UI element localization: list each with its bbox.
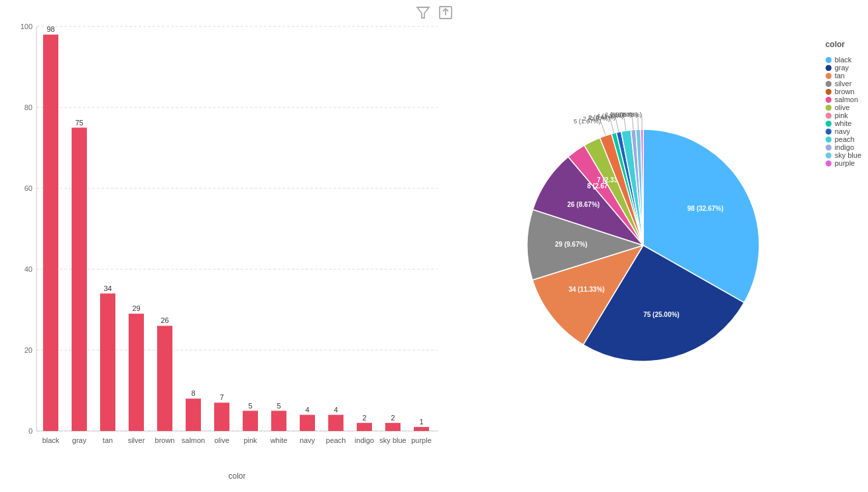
pie-label: 75 (25.00%) <box>643 311 679 318</box>
legend-item-label: tan <box>835 72 845 80</box>
legend-item: black <box>826 56 861 64</box>
bar-value: 2 <box>391 414 395 422</box>
pie-chart-svg: 98 (32.67%)75 (25.00%)34 (11.33%)29 (9.6… <box>517 99 796 391</box>
legend-item-label: white <box>835 119 852 127</box>
export-icon[interactable] <box>438 5 453 23</box>
legend-dot <box>826 81 832 87</box>
y-tick: 0 <box>29 427 32 435</box>
legend-item-label: navy <box>835 127 850 135</box>
bar-label: indigo <box>355 436 374 444</box>
legend-dot <box>826 129 832 135</box>
bar[interactable] <box>328 415 343 431</box>
bar-label: pink <box>243 436 257 444</box>
bar[interactable] <box>300 415 315 431</box>
bar-value: 26 <box>160 316 168 324</box>
bar[interactable] <box>214 402 229 431</box>
legend-item: silver <box>826 80 861 88</box>
bar-label: white <box>270 436 288 444</box>
bar[interactable] <box>157 326 172 431</box>
y-tick: 100 <box>21 23 32 31</box>
legend-item-label: sky blue <box>835 151 861 159</box>
pie-label: 34 (11.33%) <box>568 286 604 293</box>
main-container: 02040608010098black75gray34tan29silver26… <box>0 0 868 492</box>
bar-value: 4 <box>305 406 309 414</box>
legend-item: olive <box>826 103 861 111</box>
legend-item: navy <box>826 127 861 135</box>
legend-item: sky blue <box>826 151 861 159</box>
bar-value: 75 <box>75 119 83 127</box>
bar[interactable] <box>357 423 372 431</box>
pie-label-line <box>610 119 614 133</box>
legend-dot <box>826 97 832 103</box>
y-tick: 40 <box>25 265 32 273</box>
legend-dot <box>826 137 832 143</box>
bar-label: brown <box>155 436 175 444</box>
legend-item-label: purple <box>835 159 855 167</box>
bar-label: purple <box>411 436 432 444</box>
legend: color black gray tan silver brown salmon… <box>826 40 861 167</box>
bar-label: olive <box>214 436 229 444</box>
legend-dot <box>826 113 832 119</box>
pie-label: 26 (8.67%) <box>567 201 599 208</box>
legend-item-label: peach <box>835 135 855 143</box>
bar[interactable] <box>72 128 87 432</box>
legend-dot <box>826 145 832 151</box>
pie-chart-area: 98 (32.67%)75 (25.00%)34 (11.33%)29 (9.6… <box>444 7 868 484</box>
legend-item: indigo <box>826 143 861 151</box>
bar[interactable] <box>129 314 144 431</box>
pie-label: 98 (32.67%) <box>687 205 723 212</box>
legend-dot <box>826 160 832 166</box>
y-tick: 60 <box>25 184 32 192</box>
bar[interactable] <box>414 427 429 431</box>
legend-dot <box>826 89 832 95</box>
bar[interactable] <box>271 411 286 432</box>
bar-value: 2 <box>362 414 366 422</box>
legend-dot <box>826 105 832 111</box>
bar-value: 34 <box>103 284 111 292</box>
bar-label: tan <box>103 436 113 444</box>
legend-item-label: silver <box>835 80 852 88</box>
legend-item: tan <box>826 72 861 80</box>
bar-label: sky blue <box>379 436 406 444</box>
pie-label-line <box>601 122 605 136</box>
bar[interactable] <box>100 294 115 431</box>
legend-item: purple <box>826 159 861 167</box>
pie-label-line <box>623 116 625 131</box>
legend-item: salmon <box>826 95 861 103</box>
bar-value: 29 <box>132 304 140 312</box>
bar-label: peach <box>326 436 346 444</box>
legend-item-label: pink <box>835 111 848 119</box>
pie-label-small: 1 (0.33%) <box>614 111 641 118</box>
legend-item-label: olive <box>835 103 850 111</box>
legend-item: gray <box>826 64 861 72</box>
legend-dot <box>826 121 832 127</box>
legend-item-label: salmon <box>835 95 858 103</box>
bar-chart-area: 02040608010098black75gray34tan29silver26… <box>7 7 444 484</box>
bar-value: 8 <box>191 389 195 397</box>
bar-chart-svg: 02040608010098black75gray34tan29silver26… <box>7 7 444 484</box>
legend-title: color <box>826 40 861 49</box>
legend-dot <box>826 153 832 158</box>
bar-label: silver <box>128 436 145 444</box>
bar[interactable] <box>385 423 401 431</box>
bar-value: 5 <box>248 402 252 410</box>
bar-value: 1 <box>419 418 423 426</box>
legend-item: pink <box>826 111 861 119</box>
bar-value: 5 <box>277 402 280 410</box>
legend-item: peach <box>826 135 861 143</box>
legend-item: brown <box>826 88 861 95</box>
bar[interactable] <box>186 399 201 431</box>
bar-value: 98 <box>46 25 54 33</box>
pie-label-line <box>615 117 619 132</box>
legend-item-label: black <box>835 56 852 64</box>
bar[interactable] <box>243 411 258 432</box>
bar-label: navy <box>300 436 316 444</box>
svg-marker-0 <box>417 7 429 18</box>
x-axis-label: color <box>228 471 245 481</box>
bar-value: 7 <box>219 393 223 401</box>
bar[interactable] <box>43 34 58 431</box>
bar-label: gray <box>72 436 87 444</box>
toolbar <box>416 5 453 23</box>
pie-label: 29 (9.67%) <box>555 241 588 248</box>
filter-icon[interactable] <box>416 5 430 23</box>
